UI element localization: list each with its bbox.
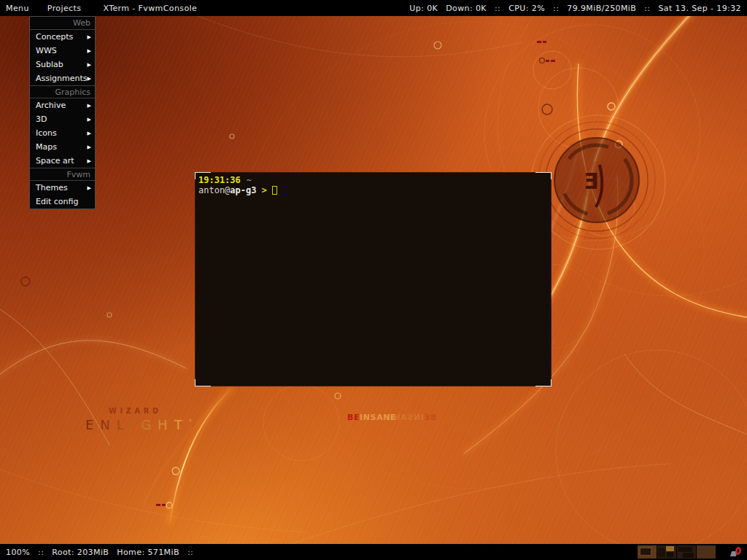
submenu-arrow-icon: ▶ xyxy=(85,48,91,54)
enlight-text: ENLIGHT° xyxy=(85,417,198,432)
menu-item-label: Themes xyxy=(36,183,68,192)
xterm-window[interactable]: 19:31:36~ anton@ap-g3> xyxy=(196,173,551,386)
menu-item-sublab[interactable]: Sublab ▶ xyxy=(30,58,95,71)
resize-corner-bottom-right[interactable] xyxy=(535,379,551,386)
menu-item-label: Concepts xyxy=(36,32,73,42)
terminal-content: 19:31:36~ anton@ap-g3> xyxy=(196,173,551,195)
submenu-arrow-icon: ▶ xyxy=(88,76,92,82)
status-separator: :: xyxy=(187,548,193,557)
resize-corner-top-left[interactable] xyxy=(195,172,211,179)
menu-item-label: Edit config xyxy=(36,197,78,206)
status-area: Up: 0K Down: 0K :: CPU: 2% :: 79.9MiB/25… xyxy=(409,4,741,13)
root-menu: Web Concepts ▶ WWS ▶ Sublab ▶ Assignment… xyxy=(29,16,96,209)
resize-corner-top-right[interactable] xyxy=(535,172,551,179)
status-separator: :: xyxy=(553,4,559,13)
pager-mini-window xyxy=(683,553,694,558)
menu-item-assignments[interactable]: Assignments ▶ xyxy=(30,71,95,85)
clock: Sat 13. Sep - 19:32 xyxy=(658,4,741,13)
pager-desk-2[interactable] xyxy=(657,545,676,559)
menu-item-space-art[interactable]: Space art ▶ xyxy=(30,154,95,168)
resize-corner-bottom-left[interactable] xyxy=(195,379,211,386)
taskbar-window-title[interactable]: XTerm - FvwmConsole xyxy=(103,4,197,13)
terminal-user: anton@ xyxy=(198,185,230,195)
submenu-arrow-icon: ▶ xyxy=(85,131,91,136)
menu-item-label: Archive xyxy=(36,101,66,110)
pager-mini-window xyxy=(666,546,674,551)
menu-section-header-fvwm: Fvwm xyxy=(30,168,95,181)
menu-item-label: Icons xyxy=(36,128,57,138)
menu-item-label: Maps xyxy=(36,142,57,152)
menu-button[interactable]: Menu xyxy=(6,4,29,13)
pager-mini-window xyxy=(667,552,673,557)
volume-status: 100% xyxy=(6,548,30,557)
home-disk-status: Home: 571MiB xyxy=(117,548,179,557)
submenu-arrow-icon: ▶ xyxy=(85,144,91,150)
net-up-status: Up: 0K xyxy=(409,4,438,13)
projects-button[interactable]: Projects xyxy=(47,4,82,13)
menu-item-archive[interactable]: Archive ▶ xyxy=(30,98,95,112)
cpu-status: CPU: 2% xyxy=(508,4,545,13)
menu-item-icons[interactable]: Icons ▶ xyxy=(30,126,95,140)
menu-section-header-web: Web xyxy=(30,17,95,30)
pager-mini-window xyxy=(658,548,665,557)
menu-item-wws[interactable]: WWS ▶ xyxy=(30,44,95,58)
pager-desk-3[interactable] xyxy=(677,545,696,559)
top-bar: Menu Projects XTerm - FvwmConsole Up: 0K… xyxy=(0,0,747,16)
beinsane-reflection: BEINSANE xyxy=(387,413,436,422)
menu-item-label: Assignments xyxy=(36,74,88,83)
submenu-arrow-icon: ▶ xyxy=(85,34,91,40)
submenu-arrow-icon: ▶ xyxy=(85,158,91,164)
pager-desk-4[interactable] xyxy=(697,545,716,559)
logo-glyph: Ǝ xyxy=(584,168,599,194)
menu-item-maps[interactable]: Maps ▶ xyxy=(30,140,95,154)
status-separator: :: xyxy=(644,4,650,13)
terminal-cursor xyxy=(272,186,277,195)
pager-mini-window xyxy=(640,548,651,555)
menu-item-concepts[interactable]: Concepts ▶ xyxy=(30,30,95,44)
menu-section-header-graphics: Graphics xyxy=(30,85,95,98)
terminal-status-line: 19:31:36~ xyxy=(198,175,551,185)
systray-icon[interactable] xyxy=(730,546,743,558)
terminal-host: ap-g3 xyxy=(230,185,256,195)
submenu-arrow-icon: ▶ xyxy=(85,117,91,122)
bottom-bar-right xyxy=(638,545,743,559)
terminal-prompt-line: anton@ap-g3> xyxy=(198,185,551,195)
prompt-symbol: > xyxy=(261,185,266,195)
menu-item-label: WWS xyxy=(36,46,57,55)
bottom-bar: 100% :: Root: 203MiB Home: 571MiB :: xyxy=(0,544,747,560)
submenu-arrow-icon: ▶ xyxy=(85,185,91,191)
bottom-status-area: 100% :: Root: 203MiB Home: 571MiB :: xyxy=(6,548,193,557)
status-separator: :: xyxy=(495,4,500,13)
menu-item-label: Sublab xyxy=(36,60,63,69)
memory-status: 79.9MiB/250MiB xyxy=(567,4,636,13)
pager-desk-1[interactable] xyxy=(638,545,657,559)
submenu-arrow-icon: ▶ xyxy=(85,62,91,68)
pager-mini-window xyxy=(678,547,692,552)
submenu-arrow-icon: ▶ xyxy=(85,103,91,109)
menu-item-3d[interactable]: 3D ▶ xyxy=(30,112,95,126)
top-bar-left: Menu Projects XTerm - FvwmConsole xyxy=(0,4,197,13)
menu-item-label: 3D xyxy=(36,114,47,124)
menu-item-themes[interactable]: Themes ▶ xyxy=(30,181,95,195)
desktop-pager xyxy=(638,545,716,559)
myway-text: °MYWAY xyxy=(111,432,153,440)
net-down-status: Down: 0K xyxy=(446,4,487,13)
menu-item-label: Space art xyxy=(36,156,74,166)
terminal-cwd: ~ xyxy=(247,175,252,185)
wizard-text: WIZARD xyxy=(109,407,162,415)
desktop: Ǝ WIZARD ENLIGHT° °MYWAY BEINSANE BEINSA… xyxy=(0,0,747,560)
status-separator: :: xyxy=(38,548,44,557)
root-disk-status: Root: 203MiB xyxy=(52,548,109,557)
menu-item-edit-config[interactable]: Edit config xyxy=(30,195,95,209)
tray-icon-ring xyxy=(735,546,742,555)
